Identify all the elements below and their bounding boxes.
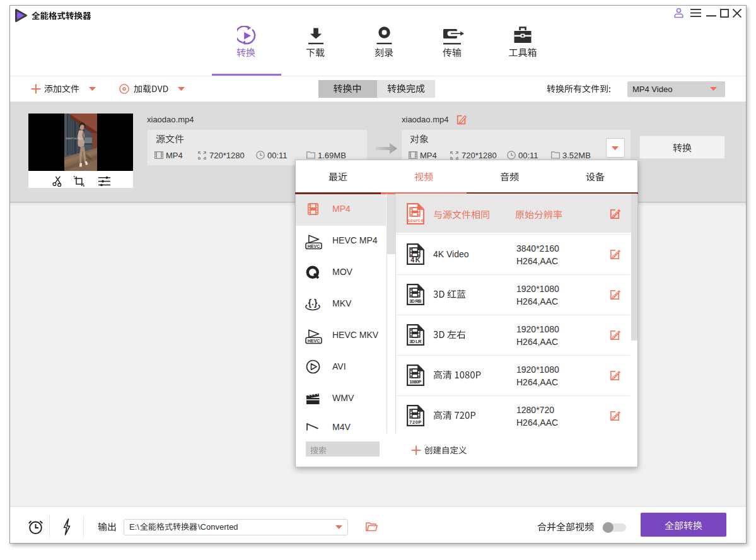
svg-text:3D RB: 3D RB	[409, 298, 421, 304]
svg-text:720P: 720P	[409, 419, 421, 425]
svg-text:source: source	[407, 218, 423, 223]
svg-text:{ }: { }	[308, 298, 318, 308]
svg-text:KEEP GOING: KEEP GOING	[66, 137, 83, 140]
svg-text:HEVC: HEVC	[308, 244, 320, 248]
svg-text:3D LR: 3D LR	[409, 339, 422, 344]
svg-text:1080P: 1080P	[409, 379, 421, 385]
svg-text:HEVC: HEVC	[308, 339, 320, 343]
svg-text:4K: 4K	[410, 256, 420, 264]
